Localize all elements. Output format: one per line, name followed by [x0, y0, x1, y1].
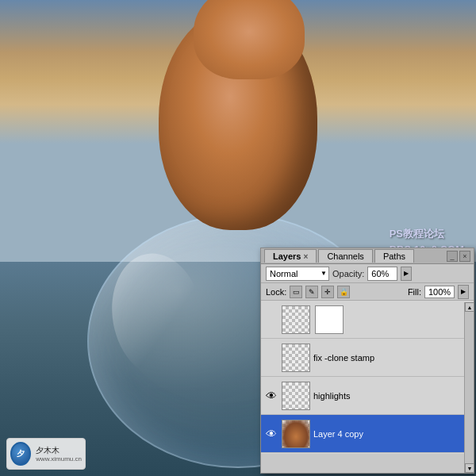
lock-all-button[interactable]: 🔒: [337, 286, 350, 298]
layer-name: Layer 4 copy: [313, 429, 470, 439]
lock-image-button[interactable]: ✎: [305, 286, 318, 298]
fill-label: Fill:: [408, 287, 421, 297]
blend-dropdown-arrow: ▼: [321, 270, 327, 277]
layer-item[interactable]: 👁 highlights: [261, 377, 474, 415]
fill-arrow-button[interactable]: ▶: [458, 285, 469, 299]
layer-item[interactable]: [261, 301, 474, 339]
blend-opacity-row: Normal ▼ Opacity: 60% ▶: [261, 264, 474, 283]
layer-visibility-toggle[interactable]: [264, 351, 278, 365]
logo-url: www.ximumu.cn: [36, 455, 82, 463]
layer-item[interactable]: fix -clone stamp: [261, 339, 474, 377]
layers-scrollbar[interactable]: ▲ ▼: [464, 302, 474, 473]
logo-text-container: 夕木木 www.ximumu.cn: [36, 445, 82, 463]
panel-collapse-button[interactable]: _: [447, 251, 458, 262]
lock-transparent-button[interactable]: ▭: [290, 286, 302, 298]
scroll-up-button[interactable]: ▲: [465, 302, 474, 312]
blend-mode-dropdown[interactable]: Normal ▼: [266, 267, 329, 281]
layer-visibility-toggle[interactable]: 👁: [264, 427, 278, 441]
panel-tabs: Layers × Channels Paths: [264, 249, 416, 263]
logo-name: 夕木木: [36, 445, 82, 455]
layer-thumbnail: [282, 382, 310, 410]
layer-name: fix -clone stamp: [313, 353, 470, 363]
layer-visibility-toggle[interactable]: [264, 313, 278, 327]
panel-titlebar: Layers × Channels Paths _ ×: [261, 248, 474, 264]
fill-input[interactable]: 100%: [424, 286, 455, 298]
logo-badge: 夕 夕木木 www.ximumu.cn: [6, 438, 86, 470]
layers-panel: Layers × Channels Paths _ × Normal ▼ Opa…: [260, 248, 474, 474]
layers-list: fix -clone stamp 👁 highlights 👁 Layer 4 …: [261, 301, 474, 454]
opacity-arrow-button[interactable]: ▶: [401, 267, 412, 281]
panel-close-button[interactable]: ×: [459, 251, 470, 262]
layer-thumbnail: [282, 305, 310, 334]
lock-fill-row: Lock: ▭ ✎ ✛ 🔒 Fill: 100% ▶: [261, 283, 474, 301]
lock-position-button[interactable]: ✛: [321, 286, 334, 298]
tab-layers[interactable]: Layers ×: [264, 249, 317, 263]
hamster-body: [159, 8, 317, 230]
layer-name: highlights: [313, 391, 470, 401]
layer-mask-thumbnail: [315, 305, 344, 334]
opacity-label: Opacity:: [332, 269, 364, 278]
tab-channels[interactable]: Channels: [318, 249, 372, 263]
layer-thumbnail: [282, 420, 310, 448]
layer-item-selected[interactable]: 👁 Layer 4 copy: [261, 415, 474, 453]
layer-visibility-toggle[interactable]: 👁: [264, 389, 278, 403]
opacity-input[interactable]: 60%: [367, 267, 397, 281]
logo-icon: 夕: [10, 442, 31, 466]
layer-thumbnail: [282, 344, 310, 372]
lock-label: Lock:: [266, 287, 286, 297]
tab-layers-close[interactable]: ×: [304, 252, 309, 261]
scroll-down-button[interactable]: ▼: [465, 463, 474, 473]
hamster-head: [194, 0, 305, 79]
watermark-line1: PS教程论坛: [390, 226, 464, 242]
panel-window-controls: _ ×: [447, 251, 470, 262]
tab-paths[interactable]: Paths: [374, 249, 414, 263]
